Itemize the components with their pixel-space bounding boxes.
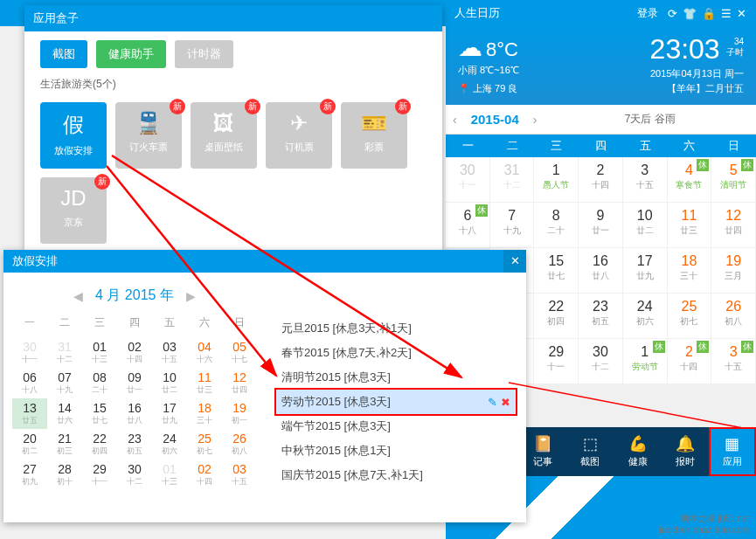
hw-day[interactable]: 24初六 [152,429,187,460]
current-month[interactable]: 2015-04 [464,112,526,127]
holiday-item[interactable]: 清明节2015 [休息3天] [276,365,516,390]
hw-day[interactable]: 29十一 [82,460,117,490]
holiday-item[interactable]: 劳动节2015 [休息3天]✎✖ [276,390,516,414]
hw-day[interactable]: 01十三 [82,337,117,368]
app-彩票[interactable]: 新🎫彩票 [341,102,407,169]
location-text[interactable]: 上海 79 良 [473,83,517,93]
hw-day[interactable]: 27初九 [12,460,47,490]
close-icon[interactable]: ✕ [737,7,746,20]
hw-day[interactable]: 02十四 [117,337,152,368]
calendar-day[interactable]: 17廿九 [623,248,668,294]
calendar-day[interactable]: 26初八 [711,294,756,339]
settings-icon[interactable]: ☰ [721,7,732,20]
hw-day[interactable]: 12廿四 [222,368,257,398]
hw-day[interactable]: 19初一 [222,398,257,429]
calendar-day[interactable]: 11廿三 [668,203,712,248]
hw-day[interactable]: 08二十 [82,368,117,398]
app-放假安排[interactable]: 假放假安排 [40,102,107,169]
calendar-day[interactable]: 22初四 [534,294,579,339]
hw-day[interactable]: 18三十 [187,398,222,429]
calendar-day[interactable]: 7十九 [490,203,535,248]
toolbar-报时[interactable]: 🔔报时 [662,427,709,476]
calendar-day[interactable]: 休3十五 [711,339,756,384]
calendar-day[interactable]: 15廿七 [534,248,579,294]
app-订机票[interactable]: 新✈订机票 [266,102,332,169]
login-link[interactable]: 登录 [637,6,658,21]
calendar-day[interactable]: 休5清明节 [711,157,756,203]
edit-icon[interactable]: ✎ [488,396,497,409]
hw-day[interactable]: 05十七 [222,337,257,368]
calendar-day[interactable]: 1愚人节 [534,157,579,203]
next-month-icon[interactable]: › [526,113,544,127]
calendar-day[interactable]: 30十一 [446,157,490,203]
appbox-btn-截图[interactable]: 截图 [40,40,87,68]
lock-icon[interactable]: 🔒 [702,7,716,20]
hw-day[interactable]: 31十二 [47,337,82,368]
toolbar-健康[interactable]: 💪健康 [614,427,661,476]
holiday-item[interactable]: 国庆节2015 [休息7天,补1天] [276,463,516,487]
hw-day[interactable]: 30十二 [117,460,152,490]
hw-day[interactable]: 02十四 [187,460,222,490]
app-订火车票[interactable]: 新🚆订火车票 [115,102,182,169]
calendar-day[interactable]: 29十一 [534,339,579,384]
hw-day[interactable]: 22初四 [82,429,117,460]
hw-prev-icon[interactable]: ◀ [73,289,83,303]
hw-day[interactable]: 10廿二 [152,368,187,398]
holiday-item[interactable]: 端午节2015 [休息3天] [276,414,516,439]
calendar-day[interactable]: 30十二 [579,339,623,384]
app-京东[interactable]: 新JD京东 [40,177,107,244]
calendar-day[interactable]: 2十四 [579,157,623,203]
toolbar-截图[interactable]: ⬚截图 [566,427,614,476]
toolbar-应用[interactable]: ▦应用 [709,427,756,476]
calendar-day[interactable]: 31十二 [490,157,535,203]
toolbar-记事[interactable]: 📔记事 [519,427,566,476]
hw-day[interactable]: 07十九 [47,368,82,398]
hw-day[interactable]: 09廿一 [117,368,152,398]
calendar-day[interactable]: 休1劳动节 [623,339,668,384]
hw-day[interactable]: 13廿五 [12,398,47,429]
calendar-day[interactable]: 25初七 [668,294,712,339]
calendar-day[interactable]: 休2十四 [668,339,712,384]
shirt-icon[interactable]: 👕 [683,7,697,20]
calendar-day[interactable]: 8二十 [534,203,579,248]
calendar-day[interactable]: 10廿二 [623,203,668,248]
calendar-day[interactable]: 24初六 [623,294,668,339]
hw-day[interactable]: 30十一 [12,337,47,368]
delete-icon[interactable]: ✖ [501,396,510,409]
calendar-day[interactable]: 9廿一 [579,203,623,248]
hw-day[interactable]: 25初七 [187,429,222,460]
prev-month-icon[interactable]: ‹ [446,113,464,127]
calendar-day[interactable]: 16廿八 [579,248,623,294]
hw-day[interactable]: 17廿九 [152,398,187,429]
sync-icon[interactable]: ⟳ [668,7,677,20]
calendar-day[interactable]: 休6十八 [446,203,490,248]
calendar-day[interactable]: 18三十 [668,248,712,294]
holiday-item[interactable]: 春节2015 [休息7天,补2天] [276,341,516,365]
holiday-close-icon[interactable]: ✕ [503,250,526,273]
hw-day[interactable]: 11廿三 [187,368,222,398]
hw-day[interactable]: 16廿八 [117,398,152,429]
hw-day[interactable]: 23初五 [117,429,152,460]
hw-day[interactable]: 01十三 [152,460,187,490]
calendar-day[interactable]: 12廿四 [711,203,756,248]
holiday-item[interactable]: 元旦2015 [休息3天,补1天] [276,316,516,341]
hw-day[interactable]: 06十八 [12,368,47,398]
holiday-item[interactable]: 中秋节2015 [休息1天] [276,439,516,463]
hw-day[interactable]: 20初二 [12,429,47,460]
hw-day[interactable]: 26初八 [222,429,257,460]
hw-day[interactable]: 14廿六 [47,398,82,429]
calendar-day[interactable]: 23初五 [579,294,623,339]
hw-day[interactable]: 15廿七 [82,398,117,429]
hw-day[interactable]: 03十五 [222,460,257,490]
app-桌面壁纸[interactable]: 新🖼桌面壁纸 [191,102,257,169]
appbox-btn-健康助手[interactable]: 健康助手 [96,40,166,68]
calendar-day[interactable]: 3十五 [623,157,668,203]
appbox-btn-计时器[interactable]: 计时器 [175,40,233,68]
hw-next-icon[interactable]: ▶ [186,289,196,303]
hw-day[interactable]: 21初三 [47,429,82,460]
hw-day[interactable]: 03十五 [152,337,187,368]
calendar-day[interactable]: 19三月 [711,248,756,294]
hw-day[interactable]: 28初十 [47,460,82,490]
hw-day[interactable]: 04十六 [187,337,222,368]
calendar-day[interactable]: 休4寒食节 [668,157,712,203]
